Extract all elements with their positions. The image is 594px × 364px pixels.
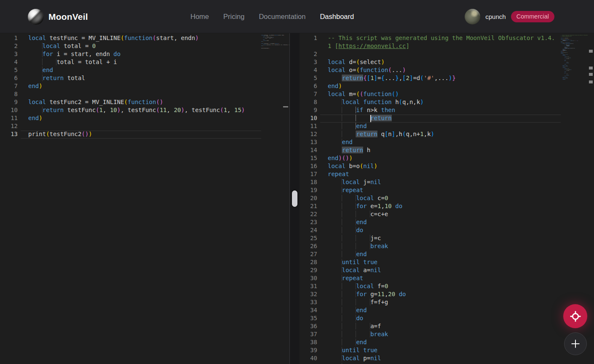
nav-link-home[interactable]: Home — [190, 13, 209, 21]
code-line[interactable]: 10 return — [300, 115, 561, 123]
output-minimap[interactable]: 1-- This script was generated using the … — [561, 35, 588, 161]
avatar[interactable] — [465, 9, 480, 24]
logo-link[interactable]: MoonVeil — [28, 0, 88, 33]
code-line[interactable]: 24 do — [300, 227, 561, 235]
code-line[interactable]: 4 total = total + i — [0, 59, 261, 67]
source-minimap[interactable]: 1local testFunc = MV_INLINE(function(sta… — [261, 35, 290, 60]
line-number: 13 — [0, 131, 18, 139]
line-number: 3 — [300, 59, 317, 67]
code-line[interactable]: 28 until true — [300, 259, 561, 267]
line-number: 1 — [0, 35, 18, 43]
code-line[interactable]: 35 do — [300, 315, 561, 323]
code-line[interactable]: 1local testFunc = MV_INLINE(function(sta… — [0, 35, 261, 43]
code-line[interactable]: 13 end — [300, 139, 561, 147]
line-number: 20 — [300, 195, 317, 203]
code-line[interactable]: 7local m=((function() — [300, 91, 561, 99]
code-line[interactable]: 3local d=(select) — [300, 59, 561, 67]
code-line[interactable]: 14 return h — [300, 147, 561, 155]
code-line[interactable]: 5 end — [0, 67, 261, 75]
source-code-area[interactable]: 1local testFunc = MV_INLINE(function(sta… — [0, 35, 261, 139]
line-number: 8 — [0, 91, 18, 99]
line-number: 10 — [0, 107, 18, 115]
code-line[interactable]: 32 for g=11,20 do — [300, 291, 561, 299]
line-number: 1 — [300, 35, 317, 43]
line-number: 5 — [300, 75, 317, 83]
code-line[interactable]: 19 repeat — [300, 187, 561, 195]
code-line[interactable]: 25 j=c — [300, 235, 561, 243]
code-line[interactable]: 8 — [0, 91, 261, 99]
ruler-mark — [589, 50, 593, 53]
code-line[interactable]: 33 f=f+g — [300, 299, 561, 307]
code-line[interactable]: 15end)()) — [300, 155, 561, 163]
code-line[interactable]: 5 return{[1]={...},[2]=d('#',...)} — [300, 75, 561, 83]
code-line[interactable]: 2 local total = 0 — [0, 43, 261, 51]
line-number: 2 — [300, 51, 317, 59]
nav-link-documentation[interactable]: Documentation — [259, 13, 305, 21]
code-line[interactable]: 1-- This script was generated using the … — [300, 35, 561, 43]
line-number: 2 — [0, 43, 18, 51]
nav-link-dashboard[interactable]: Dashboard — [320, 13, 354, 21]
code-line[interactable]: 17repeat — [300, 171, 561, 179]
line-number: 4 — [0, 59, 18, 67]
source-editor[interactable]: 1local testFunc = MV_INLINE(function(sta… — [0, 33, 290, 364]
code-line[interactable]: 22 c=c+e — [300, 211, 561, 219]
user-menu[interactable]: cpunch Commercial — [465, 0, 554, 33]
code-line[interactable]: 16local b=o(nil) — [300, 163, 561, 171]
output-code-area[interactable]: 1-- This script was generated using the … — [300, 35, 561, 364]
panel-resize-handle[interactable] — [292, 190, 297, 207]
code-line[interactable]: 13print(testFunc2()) — [261, 48, 265, 49]
code-line[interactable]: 41 repeat — [561, 79, 565, 80]
code-line[interactable]: 34 end — [300, 307, 561, 315]
line-number: 19 — [300, 187, 317, 195]
code-line[interactable]: 40 local p=nil — [300, 355, 561, 363]
code-line[interactable]: 1 [https://moonveil.cc] — [300, 43, 561, 51]
nav-link-pricing[interactable]: Pricing — [223, 13, 244, 21]
code-line[interactable]: 7end) — [0, 83, 261, 91]
username: cpunch — [485, 13, 506, 20]
line-number: 30 — [300, 275, 317, 283]
line-number: 40 — [300, 355, 317, 363]
line-number: 34 — [300, 307, 317, 315]
line-number: 33 — [300, 299, 317, 307]
code-line[interactable]: 12 — [0, 123, 261, 131]
code-line[interactable]: 37 break — [300, 331, 561, 339]
code-line[interactable]: 21 for e=1,10 do — [300, 203, 561, 211]
code-line[interactable]: 31 local f=0 — [300, 283, 561, 291]
code-line[interactable]: 9local testFunc2 = MV_INLINE(function() — [0, 99, 261, 107]
line-number: 14 — [300, 147, 317, 155]
code-line[interactable]: 10 return testFunc(1, 10), testFunc(11, … — [0, 107, 261, 115]
code-line[interactable]: 36 a=f — [300, 323, 561, 331]
code-line[interactable]: 8 local function h(q,n,k) — [300, 99, 561, 107]
code-line[interactable]: 3 for i = start, endn do — [0, 51, 261, 59]
code-line[interactable]: 23 end — [300, 219, 561, 227]
code-line[interactable]: 6 return total — [0, 75, 261, 83]
code-line[interactable]: 26 break — [300, 243, 561, 251]
code-line[interactable]: 11 end — [300, 123, 561, 131]
code-line[interactable]: 18 local j=nil — [300, 179, 561, 187]
line-number: 36 — [300, 323, 317, 331]
code-line[interactable]: 2 — [300, 51, 561, 59]
output-editor[interactable]: 1-- This script was generated using the … — [300, 33, 594, 364]
code-line[interactable]: 27 end — [300, 251, 561, 259]
add-button[interactable] — [564, 332, 587, 355]
code-line[interactable]: 38 end — [300, 339, 561, 347]
line-number: 7 — [300, 91, 317, 99]
code-line[interactable]: 12 return q[n],h(q,n+1,k) — [300, 131, 561, 139]
line-number: 8 — [300, 99, 317, 107]
line-number: 4 — [300, 67, 317, 75]
code-line[interactable]: 20 local c=0 — [300, 195, 561, 203]
code-line[interactable]: 4local o=(function(...) — [300, 67, 561, 75]
line-number: 16 — [300, 163, 317, 171]
code-line[interactable]: 39 until true — [300, 347, 561, 355]
line-number — [300, 43, 317, 51]
code-line[interactable]: 6end) — [300, 83, 561, 91]
line-number: 7 — [0, 83, 18, 91]
line-number: 21 — [300, 203, 317, 211]
locate-button[interactable] — [563, 304, 587, 328]
line-number: 32 — [300, 291, 317, 299]
code-line[interactable]: 11end) — [0, 115, 261, 123]
code-line[interactable]: 13print(testFunc2()) — [0, 131, 261, 139]
code-line[interactable]: 29 local a=nil — [300, 267, 561, 275]
code-line[interactable]: 30 repeat — [300, 275, 561, 283]
code-line[interactable]: 9 if n>k then — [300, 107, 561, 115]
